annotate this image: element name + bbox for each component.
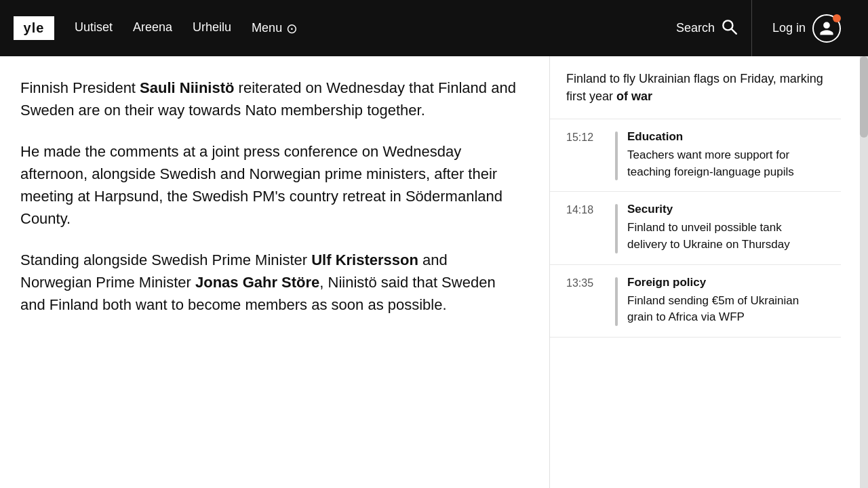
article-paragraph-2: He made the comments at a joint press co… <box>20 140 522 230</box>
news-headline-3: Finland sending €5m of Ukrainian grain t… <box>627 293 825 326</box>
nav-menu[interactable]: Menu ⊙ <box>252 20 298 37</box>
news-divider-3 <box>615 277 618 326</box>
scrollbar-thumb[interactable] <box>860 56 868 138</box>
news-category-2: Security <box>627 203 825 216</box>
article-paragraph-3: Standing alongside Swedish Prime Ministe… <box>20 249 522 316</box>
scrollbar-track[interactable] <box>860 56 868 488</box>
header-right: Search Log in <box>663 0 854 56</box>
yle-logo[interactable]: yle <box>14 16 54 40</box>
article-paragraph-1: Finnish President Sauli Niinistö reitera… <box>20 77 522 121</box>
sidebar-top-headline: Finland to fly Ukrainian flags on Friday… <box>566 72 823 103</box>
search-icon <box>720 18 738 39</box>
news-headline-2: Finland to unveil possible tank delivery… <box>627 220 825 253</box>
avatar[interactable] <box>812 14 841 43</box>
svg-line-1 <box>732 28 736 33</box>
news-category-1: Education <box>627 130 825 144</box>
sidebar-top-story[interactable]: Finland to fly Ukrainian flags on Friday… <box>550 56 841 119</box>
page-wrapper: Finnish President Sauli Niinistö reitera… <box>0 56 868 488</box>
news-divider-1 <box>615 131 618 180</box>
news-headline-1: Teachers want more support for teaching … <box>627 147 825 180</box>
main-header: yle Uutiset Areena Urheilu Menu ⊙ Search… <box>0 0 868 56</box>
news-divider-2 <box>615 204 618 253</box>
news-content-2: Security Finland to unveil possible tank… <box>627 203 825 253</box>
login-label: Log in <box>772 21 806 35</box>
news-time-1: 15:12 <box>566 130 606 144</box>
news-time-2: 14:18 <box>566 203 606 216</box>
login-area[interactable]: Log in <box>759 0 854 56</box>
notification-badge <box>833 14 841 22</box>
main-nav: Uutiset Areena Urheilu Menu ⊙ <box>75 20 663 37</box>
news-content-1: Education Teachers want more support for… <box>627 130 825 180</box>
news-content-3: Foreign policy Finland sending €5m of Uk… <box>627 276 825 326</box>
nav-urheilu[interactable]: Urheilu <box>193 20 231 37</box>
chevron-down-icon: ⊙ <box>286 20 298 37</box>
article-content: Finnish President Sauli Niinistö reitera… <box>0 56 549 488</box>
search-label: Search <box>676 21 715 35</box>
sidebar: Finland to fly Ukrainian flags on Friday… <box>549 56 841 488</box>
news-category-3: Foreign policy <box>627 276 825 289</box>
nav-uutiset[interactable]: Uutiset <box>75 20 113 37</box>
news-time-3: 13:35 <box>566 276 606 289</box>
nav-areena[interactable]: Areena <box>133 20 172 37</box>
news-item-security[interactable]: 14:18 Security Finland to unveil possibl… <box>550 192 841 264</box>
search-area[interactable]: Search <box>663 0 752 56</box>
news-item-foreign-policy[interactable]: 13:35 Foreign policy Finland sending €5m… <box>550 265 841 338</box>
news-item-education[interactable]: 15:12 Education Teachers want more suppo… <box>550 119 841 192</box>
